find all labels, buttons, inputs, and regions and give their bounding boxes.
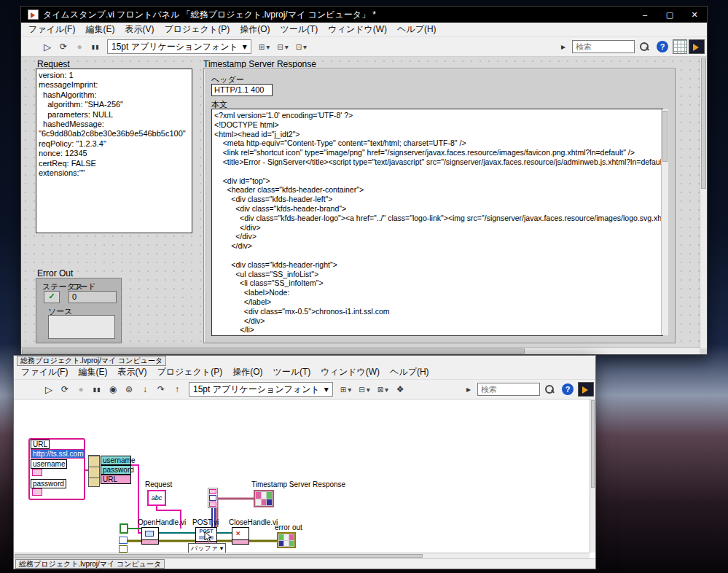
menu-file[interactable]: ファイル(F) xyxy=(16,365,73,380)
search-icon[interactable] xyxy=(639,42,649,52)
username-string-control[interactable] xyxy=(32,469,42,476)
maximize-icon[interactable]: ▢ xyxy=(657,7,682,23)
step-out-button[interactable]: ↑ xyxy=(170,382,184,397)
front-panel-area: Request version: 1 messageImprint: hashA… xyxy=(21,57,707,354)
labview-logo-tile xyxy=(689,39,705,54)
diagram-vscrollbar[interactable] xyxy=(590,399,595,553)
distribute-objects-dropdown[interactable]: ⊟ ▾ xyxy=(274,39,291,54)
font-selector-label: 15pt アプリケーションフォント xyxy=(111,41,238,53)
chevron-down-icon: ▾ xyxy=(285,43,289,51)
close-icon[interactable]: ✕ xyxy=(682,7,707,23)
align-objects-dropdown[interactable]: ⊞ ▾ xyxy=(337,382,354,397)
align-objects-dropdown[interactable]: ⊞ ▾ xyxy=(256,39,273,54)
run-continuous-button[interactable]: ⟳ xyxy=(58,382,72,397)
abort-button[interactable]: ● xyxy=(72,39,87,54)
menu-window[interactable]: ウィンドウ(W) xyxy=(323,22,392,37)
menu-window[interactable]: ウィンドウ(W) xyxy=(316,365,385,380)
body-textbox[interactable]: <?xml version='1.0' encoding='UTF-8' ?> … xyxy=(211,109,663,336)
chevron-down-icon: ▾ xyxy=(243,42,247,52)
request-terminal-icon[interactable]: abc xyxy=(147,490,166,506)
diagram-vscrollbar-thumb[interactable] xyxy=(591,400,595,488)
menu-help[interactable]: ヘルプ(H) xyxy=(385,365,434,380)
error-status-indicator[interactable]: ✓ xyxy=(44,291,60,303)
front-panel-titlebar[interactable]: タイムスタンプ.vi フロントパネル 「総務プロジェクト.lvproj/マイ コ… xyxy=(21,7,707,23)
bundle-field-password[interactable]: password xyxy=(101,465,131,475)
cleanup-diagram-button[interactable]: ❖ xyxy=(393,382,407,397)
chevron-down-icon: ▾ xyxy=(266,43,270,51)
reorder-dropdown[interactable]: ⊠ ▾ xyxy=(375,382,391,397)
block-diagram-statusbar: 総務プロジェクト.lvproj/マイ コンピュータ xyxy=(14,558,595,569)
block-diagram-tab[interactable]: 総務プロジェクト.lvproj/マイ コンピュータ xyxy=(17,356,166,366)
minimize-icon[interactable]: – xyxy=(633,7,657,23)
menu-tools[interactable]: ツール(T) xyxy=(267,365,316,380)
grid-icon[interactable] xyxy=(673,39,687,54)
distribute-icon: ⊟ xyxy=(277,43,283,51)
menu-project[interactable]: プロジェクト(P) xyxy=(152,365,227,380)
panel-vscrollbar-thumb[interactable] xyxy=(701,58,706,189)
bundle-field-url[interactable]: URL xyxy=(101,475,131,484)
diagram-hscrollbar-thumb[interactable] xyxy=(15,554,423,558)
run-button[interactable]: ▷ xyxy=(40,39,55,54)
vi-band xyxy=(232,539,248,544)
bundle-field-username[interactable]: username xyxy=(101,456,131,465)
search-input[interactable] xyxy=(572,40,635,53)
block-diagram-tab-label: 総務プロジェクト.lvproj/マイ コンピュータ xyxy=(20,356,163,366)
help-button[interactable]: ? xyxy=(657,41,668,52)
error-out-node-label: error out xyxy=(275,523,302,531)
error-code-field[interactable]: 0 xyxy=(69,291,117,303)
search-scope-arrow[interactable]: ▸ xyxy=(556,39,571,54)
closehandle-vi-icon[interactable]: ✕ xyxy=(232,527,249,545)
menu-edit[interactable]: 編集(E) xyxy=(73,365,112,380)
openhandle-label: OpenHandle.vi xyxy=(138,518,186,526)
request-node-label: Request xyxy=(145,480,172,488)
password-string-control[interactable] xyxy=(32,488,42,496)
menu-view[interactable]: 表示(V) xyxy=(120,22,159,37)
boolean-constant[interactable] xyxy=(120,523,128,534)
font-selector[interactable]: 15pt アプリケーションフォント ▾ xyxy=(189,382,333,397)
body-scrollbar-thumb[interactable] xyxy=(662,111,668,162)
error-out-terminal-icon[interactable] xyxy=(277,532,296,548)
search-icon[interactable] xyxy=(544,384,555,394)
menu-view[interactable]: 表示(V) xyxy=(112,365,152,380)
numeric-constant[interactable] xyxy=(119,537,128,544)
error-source-field[interactable] xyxy=(48,315,115,339)
panel-hscrollbar-thumb[interactable] xyxy=(22,348,525,354)
run-button[interactable]: ▷ xyxy=(42,382,56,397)
url-string-control[interactable]: http://ts.ssl.com xyxy=(31,449,85,459)
retain-wire-values-button[interactable]: ⊚ xyxy=(122,382,136,397)
abort-button[interactable]: ● xyxy=(74,382,88,397)
buffer-dropdown[interactable]: バッファ ▾ xyxy=(188,543,226,553)
menu-project[interactable]: プロジェクト(P) xyxy=(159,22,235,37)
menu-operate[interactable]: 操作(O) xyxy=(227,365,267,380)
menu-help[interactable]: ヘルプ(H) xyxy=(392,22,442,37)
bundle-by-name-node[interactable] xyxy=(88,455,100,487)
help-button[interactable]: ? xyxy=(562,383,574,395)
error-constant[interactable] xyxy=(119,545,128,553)
menu-file[interactable]: ファイル(F) xyxy=(23,22,80,37)
highlight-execution-button[interactable]: ◉ xyxy=(106,382,120,397)
step-into-button[interactable]: ↓ xyxy=(138,382,152,397)
resize-objects-dropdown[interactable]: ⊡ ▾ xyxy=(293,39,310,54)
distribute-objects-dropdown[interactable]: ⊟ ▾ xyxy=(356,382,372,397)
diagram-hscrollbar[interactable] xyxy=(14,553,590,558)
menu-edit[interactable]: 編集(E) xyxy=(80,22,120,37)
pause-button[interactable]: ▮▮ xyxy=(90,382,104,397)
openhandle-vi-icon[interactable] xyxy=(141,527,159,545)
body-scrollbar[interactable] xyxy=(661,109,668,335)
run-continuous-button[interactable]: ⟳ xyxy=(56,39,71,54)
font-selector[interactable]: 15pt アプリケーションフォント ▾ xyxy=(107,39,251,54)
panel-vscrollbar[interactable] xyxy=(700,57,707,348)
password-node-label: password xyxy=(31,479,66,488)
search-scope-arrow[interactable]: ▸ xyxy=(461,382,476,397)
search-input[interactable] xyxy=(477,383,540,396)
menu-operate[interactable]: 操作(O) xyxy=(235,22,275,37)
request-textbox[interactable]: version: 1 messageImprint: hashAlgorithm… xyxy=(36,69,192,233)
response-terminal-icon[interactable] xyxy=(254,490,274,507)
statusbar-project-label[interactable]: 総務プロジェクト.lvproj/マイ コンピュータ xyxy=(15,559,165,569)
step-over-button[interactable]: ↷ xyxy=(154,382,168,397)
header-textbox[interactable]: HTTP/1.1 400 xyxy=(211,84,273,96)
header-cluster-constant[interactable] xyxy=(208,488,218,508)
panel-hscrollbar[interactable] xyxy=(21,347,700,354)
pause-button[interactable]: ▮▮ xyxy=(88,39,103,54)
menu-tools[interactable]: ツール(T) xyxy=(275,22,323,37)
